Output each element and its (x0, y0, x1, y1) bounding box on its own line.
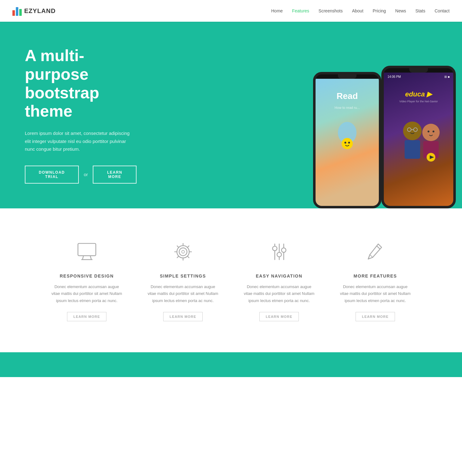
feature-title-settings: SIMPLE SETTINGS (147, 274, 219, 278)
svg-point-26 (277, 252, 281, 256)
settings-icon (171, 239, 195, 264)
settings-svg (172, 241, 194, 263)
nav-item-screenshots[interactable]: Screenshots (319, 8, 343, 14)
features-section: RESPONSIVE DESIGN Donec elementum accums… (0, 208, 462, 352)
sliders-icon (267, 239, 292, 264)
svg-point-3 (348, 142, 350, 144)
character-svg (332, 120, 363, 164)
screen-app-title: educa ▶ (384, 81, 453, 100)
feature-desc-more: Donec elementum accumsan augue vitae mat… (340, 283, 411, 305)
feature-navigation: EASY NAVIGATION Donec elementum accumsan… (237, 233, 321, 327)
phone-illustration-left (316, 114, 379, 170)
pen-icon (363, 239, 388, 264)
svg-point-20 (182, 250, 184, 253)
feature-title-responsive: RESPONSIVE DESIGN (51, 274, 123, 278)
phone-battery: ⊞ ■ (444, 75, 450, 78)
nav-link-pricing[interactable]: Pricing (373, 8, 386, 13)
screen-text-read: Read (316, 79, 379, 104)
feature-responsive: RESPONSIVE DESIGN Donec elementum accums… (45, 233, 129, 327)
feature-title-more: MORE FEATURES (340, 274, 411, 278)
feature-desc-settings: Donec elementum accumsan augue vitae mat… (147, 283, 219, 305)
nav-item-about[interactable]: About (352, 8, 363, 14)
monitor-svg (76, 241, 98, 263)
hero-title: A multi-purpose bootstrap theme (25, 47, 137, 121)
feature-desc-responsive: Donec elementum accumsan augue vitae mat… (51, 283, 123, 305)
svg-point-25 (272, 246, 277, 251)
svg-rect-8 (405, 140, 420, 159)
svg-point-4 (403, 122, 422, 140)
nav-link-stats[interactable]: Stats (415, 8, 425, 13)
screen-app-subtitle: Video Player for the Net-Savior (384, 100, 453, 106)
sliders-svg (268, 241, 290, 263)
hero-content: A multi-purpose bootstrap theme Lorem ip… (0, 22, 161, 208)
phone-right: 14:06 PM ⊞ ■ educa ▶ Video Player for th… (381, 66, 456, 208)
phone-mockups: Read How to read ru... (307, 47, 456, 208)
nav-link-features[interactable]: Features (292, 8, 309, 13)
feature-more: MORE FEATURES Donec elementum accumsan a… (334, 233, 417, 327)
nav-item-stats[interactable]: Stats (415, 8, 425, 14)
svg-point-11 (433, 131, 434, 132)
screen-subtext-left: How to read ru... (316, 104, 379, 111)
learn-more-more[interactable]: LEARN MORE (356, 312, 395, 321)
svg-point-27 (281, 248, 286, 252)
feature-desc-navigation: Donec elementum accumsan augue vitae mat… (244, 283, 315, 305)
svg-line-17 (90, 256, 91, 260)
nav-link-home[interactable]: Home (271, 8, 283, 13)
phone-left: Read How to read ru... (313, 72, 381, 208)
learn-more-button-hero[interactable]: LEARN MORE (93, 166, 137, 184)
nav-link-screenshots[interactable]: Screenshots (319, 8, 343, 13)
svg-line-16 (82, 256, 83, 260)
nav-link-contact[interactable]: Contact (435, 8, 450, 13)
hero-section: A multi-purpose bootstrap theme Lorem ip… (0, 22, 462, 208)
feature-settings: SIMPLE SETTINGS Donec elementum accumsan… (141, 233, 225, 327)
svg-point-1 (342, 138, 353, 149)
phone-time: 14:06 PM (388, 75, 401, 78)
svg-point-9 (422, 124, 440, 141)
svg-point-10 (428, 131, 429, 132)
phone-illustration-right (384, 106, 453, 168)
feature-title-navigation: EASY NAVIGATION (244, 274, 315, 278)
svg-point-19 (179, 248, 187, 256)
hero-buttons: DOWNLOAD TRIAL or LEARN MORE (25, 166, 137, 184)
download-trial-button[interactable]: DOWNLOAD TRIAL (25, 166, 79, 184)
phone-status-bar: 14:06 PM ⊞ ■ (384, 73, 453, 81)
nav-item-pricing[interactable]: Pricing (373, 8, 386, 14)
phone-screen-left: Read How to read ru... (316, 79, 379, 208)
brand-icon (12, 6, 22, 16)
hero-description: Lorem ipsum dolor sit amet, consectetur … (25, 129, 137, 153)
brand-name: EZYLAND (24, 7, 56, 15)
learn-more-responsive[interactable]: LEARN MORE (67, 312, 107, 321)
nav-item-contact[interactable]: Contact (435, 8, 450, 14)
svg-line-28 (376, 246, 380, 249)
nav-link-news[interactable]: News (395, 8, 406, 13)
hero-or-text: or (84, 172, 88, 177)
characters-svg (388, 106, 450, 168)
svg-point-2 (344, 142, 346, 144)
phone-screen-right: 14:06 PM ⊞ ■ educa ▶ Video Player for th… (384, 73, 453, 208)
pen-svg (364, 241, 387, 263)
learn-more-navigation[interactable]: LEARN MORE (259, 312, 299, 321)
monitor-icon (74, 239, 99, 264)
svg-line-29 (370, 255, 373, 257)
nav-item-home[interactable]: Home (271, 8, 283, 14)
nav-link-about[interactable]: About (352, 8, 363, 13)
nav-links: Home Features Screenshots About Pricing … (271, 8, 450, 14)
nav-item-news[interactable]: News (395, 8, 406, 14)
hero-phones: Read How to read ru... (301, 35, 462, 208)
learn-more-settings[interactable]: LEARN MORE (163, 312, 203, 321)
features-grid: RESPONSIVE DESIGN Donec elementum accums… (45, 233, 417, 327)
nav-item-features[interactable]: Features (292, 8, 309, 14)
bottom-strip (0, 352, 462, 377)
brand-logo[interactable]: EZYLAND (12, 6, 56, 16)
navbar: EZYLAND Home Features Screenshots About … (0, 0, 462, 22)
svg-rect-15 (78, 243, 96, 256)
